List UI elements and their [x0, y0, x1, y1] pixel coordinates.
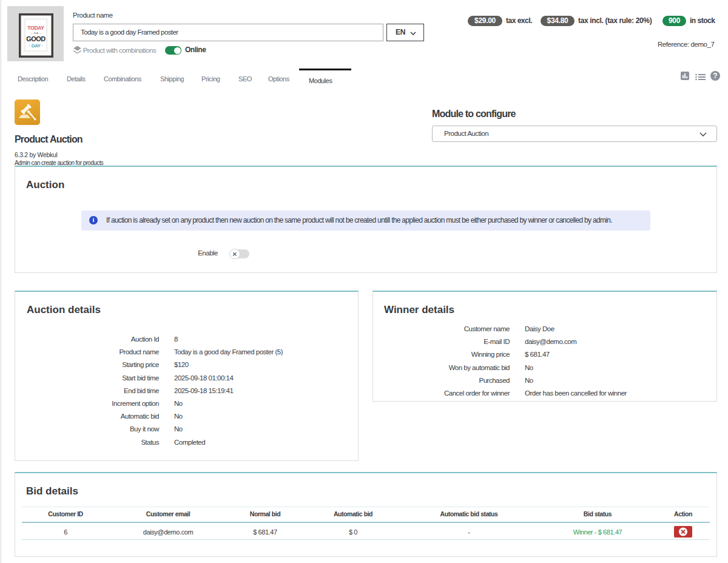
svg-text:TODAY: TODAY: [27, 25, 44, 31]
svg-text:· DAY ·: · DAY ·: [29, 43, 42, 49]
svg-text:GOOD: GOOD: [26, 35, 46, 42]
svg-text:— IS A —: — IS A —: [30, 32, 41, 35]
